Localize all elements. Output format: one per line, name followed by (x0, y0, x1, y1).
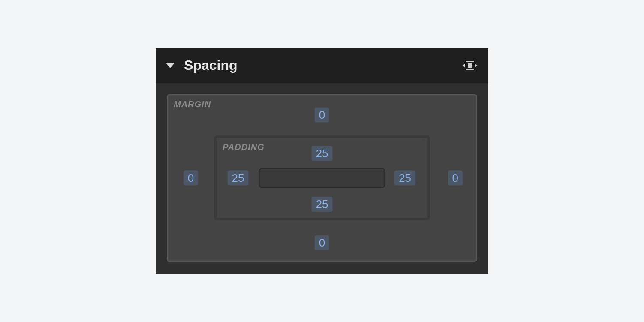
svg-rect-0 (466, 61, 474, 62)
svg-marker-4 (475, 63, 477, 68)
svg-marker-3 (463, 63, 465, 68)
margin-box: MARGIN 0 0 0 0 PADDING 25 25 25 25 (167, 94, 477, 262)
margin-left-input[interactable]: 0 (184, 170, 198, 185)
spacing-panel-header: Spacing (156, 48, 488, 83)
padding-box: PADDING 25 25 25 25 (214, 135, 430, 220)
padding-top-input[interactable]: 25 (312, 146, 333, 161)
svg-rect-2 (468, 63, 472, 68)
margin-top-input[interactable]: 0 (315, 107, 329, 122)
padding-left-input[interactable]: 25 (228, 170, 249, 185)
spacing-mode-icon[interactable] (462, 59, 478, 72)
spacing-panel-body: MARGIN 0 0 0 0 PADDING 25 25 25 25 (156, 83, 488, 274)
content-box (259, 168, 385, 188)
svg-rect-1 (466, 69, 474, 70)
margin-right-input[interactable]: 0 (448, 170, 463, 185)
margin-bottom-input[interactable]: 0 (315, 235, 329, 250)
padding-bottom-input[interactable]: 25 (312, 197, 333, 212)
padding-right-input[interactable]: 25 (394, 170, 415, 185)
spacing-panel: Spacing MARGIN 0 0 0 0 (156, 48, 488, 274)
spacing-panel-title: Spacing (184, 57, 462, 73)
chevron-down-icon[interactable] (166, 63, 175, 68)
